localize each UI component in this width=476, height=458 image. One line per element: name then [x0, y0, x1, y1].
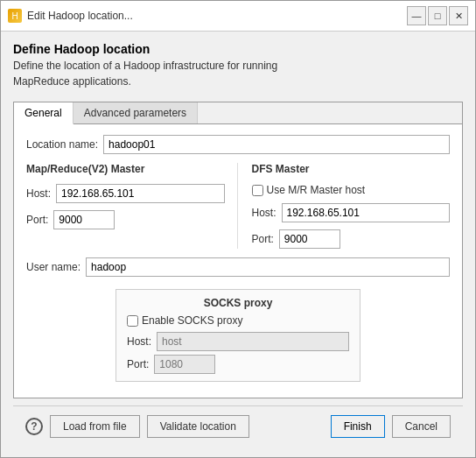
dfs-section: DFS Master Use M/R Master host Host: Por…	[252, 163, 451, 249]
mr-port-label: Port:	[26, 214, 48, 226]
main-content: Define Hadoop location Define the locati…	[1, 32, 475, 457]
validate-location-button[interactable]: Validate location	[147, 415, 249, 438]
tab-advanced[interactable]: Advanced parameters	[74, 102, 198, 123]
mr-host-row: Host:	[26, 184, 225, 203]
location-name-row: Location name:	[26, 135, 450, 154]
close-button[interactable]: ✕	[449, 6, 468, 25]
socks-container: SOCKS proxy Enable SOCKS proxy Host: Por…	[26, 285, 450, 382]
mr-port-input[interactable]	[53, 210, 115, 229]
two-column-section: Map/Reduce(V2) Master Host: Port: DFS Ma…	[26, 163, 450, 249]
help-icon: ?	[31, 420, 37, 433]
minimize-button[interactable]: —	[407, 6, 426, 25]
socks-section: SOCKS proxy Enable SOCKS proxy Host: Por…	[116, 289, 360, 382]
help-button[interactable]: ?	[25, 418, 43, 435]
window: H Edit Hadoop location... — □ ✕ Define H…	[0, 0, 476, 458]
section-title: Define Hadoop location	[13, 42, 463, 56]
user-name-input[interactable]	[86, 257, 450, 277]
window-controls: — □ ✕	[407, 6, 468, 25]
dfs-use-mr-label: Use M/R Master host	[267, 184, 366, 196]
minimize-icon: —	[412, 11, 422, 21]
dfs-use-mr-row: Use M/R Master host	[252, 184, 451, 196]
dfs-title: DFS Master	[252, 163, 451, 175]
socks-host-label: Host:	[127, 335, 151, 348]
socks-host-input[interactable]	[157, 332, 349, 351]
mapreduce-section: Map/Reduce(V2) Master Host: Port:	[26, 163, 238, 249]
cancel-button[interactable]: Cancel	[392, 415, 451, 438]
dfs-host-input[interactable]	[282, 203, 450, 222]
app-icon: H	[8, 9, 22, 23]
socks-port-label: Port:	[127, 358, 149, 370]
mr-host-input[interactable]	[56, 184, 224, 203]
socks-port-input[interactable]	[154, 355, 215, 374]
location-name-input[interactable]	[103, 135, 450, 154]
socks-enable-label: Enable SOCKS proxy	[142, 314, 242, 327]
section-description: Define the location of a Hadoop infrastr…	[13, 58, 463, 89]
user-name-label: User name:	[26, 261, 80, 273]
close-icon: ✕	[455, 11, 463, 22]
mr-host-label: Host:	[26, 187, 51, 200]
mr-port-row: Port:	[26, 210, 225, 229]
socks-port-row: Port:	[127, 355, 349, 374]
socks-title: SOCKS proxy	[127, 297, 349, 309]
bottom-bar: ? Load from file Validate location Finis…	[13, 405, 463, 447]
dfs-port-row: Port:	[252, 229, 451, 249]
finish-button[interactable]: Finish	[331, 415, 385, 438]
action-buttons: Finish Cancel	[331, 415, 451, 438]
load-from-file-button[interactable]: Load from file	[50, 415, 140, 438]
dfs-port-input[interactable]	[279, 229, 340, 249]
tab-container: General Advanced parameters Location nam…	[13, 102, 463, 398]
dfs-host-label: Host:	[252, 207, 276, 219]
section-header: Define Hadoop location Define the locati…	[13, 42, 463, 95]
dfs-host-row: Host:	[252, 203, 451, 222]
mapreduce-title: Map/Reduce(V2) Master	[26, 163, 225, 175]
title-bar: H Edit Hadoop location... — □ ✕	[1, 1, 475, 32]
location-name-label: Location name:	[26, 138, 98, 151]
dfs-port-label: Port:	[252, 233, 274, 245]
maximize-button[interactable]: □	[428, 6, 447, 25]
tab-header: General Advanced parameters	[14, 102, 462, 124]
socks-host-row: Host:	[127, 332, 349, 351]
dfs-use-mr-checkbox[interactable]	[252, 185, 263, 196]
socks-enable-checkbox[interactable]	[127, 315, 138, 327]
maximize-icon: □	[435, 11, 441, 21]
tab-content-general: Location name: Map/Reduce(V2) Master Hos…	[14, 124, 462, 398]
user-name-row: User name:	[26, 257, 450, 277]
socks-enable-row: Enable SOCKS proxy	[127, 314, 349, 327]
window-title: Edit Hadoop location...	[27, 10, 407, 22]
tab-general[interactable]: General	[14, 102, 74, 124]
